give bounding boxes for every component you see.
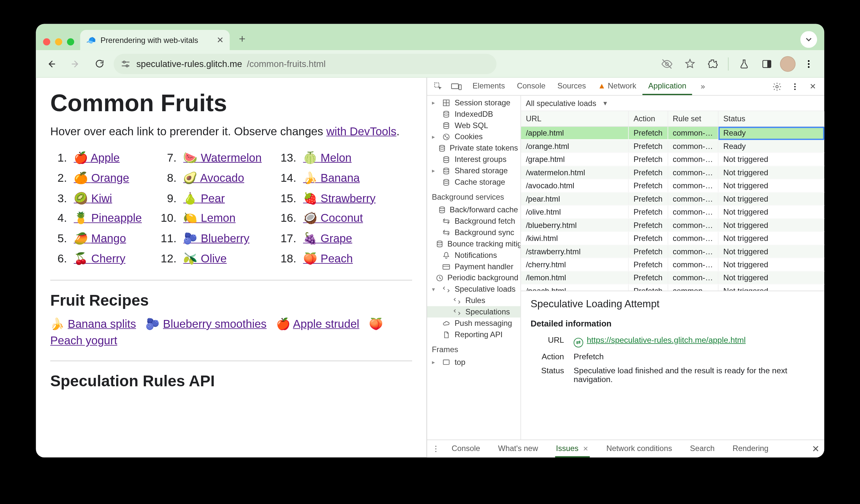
devtools-menu-button[interactable] bbox=[787, 79, 803, 94]
devtools-tab-elements[interactable]: Elements bbox=[467, 78, 511, 95]
devtools-tab-sources[interactable]: Sources bbox=[551, 78, 592, 95]
table-row[interactable]: /orange.htmlPrefetchcommon-…Ready bbox=[521, 140, 824, 153]
table-row[interactable]: /olive.htmlPrefetchcommon-…Not triggered bbox=[521, 205, 824, 218]
more-tabs-button[interactable]: » bbox=[695, 78, 711, 95]
bookmark-button[interactable] bbox=[680, 54, 699, 73]
fruit-link[interactable]: 🫒 Olive bbox=[183, 252, 226, 265]
fruit-link[interactable]: 🥑 Avocado bbox=[183, 171, 244, 184]
column-header[interactable]: Status bbox=[718, 111, 824, 127]
site-settings-icon[interactable] bbox=[121, 59, 130, 68]
recipe-link[interactable]: Peach yogurt bbox=[50, 335, 117, 347]
side-panel-button[interactable] bbox=[757, 54, 776, 73]
fruit-link[interactable]: 🍊 Orange bbox=[74, 171, 129, 184]
speculations-filter[interactable]: All speculative loads ▼ bbox=[521, 96, 824, 111]
fruit-link[interactable]: 🥝 Kiwi bbox=[74, 192, 112, 204]
minimize-window-button[interactable] bbox=[55, 38, 62, 45]
new-tab-button[interactable]: ＋ bbox=[233, 31, 251, 51]
browser-tab[interactable]: 🧢 Prerendering with web-vitals ✕ bbox=[80, 30, 230, 51]
fruit-link[interactable]: 🍓 Strawberry bbox=[303, 192, 376, 204]
table-row[interactable]: /apple.htmlPrefetchcommon-…Ready bbox=[521, 127, 824, 140]
fruit-link[interactable]: 🍉 Watermelon bbox=[183, 151, 261, 164]
devtools-close-button[interactable]: ✕ bbox=[805, 79, 821, 94]
sidebar-item[interactable]: Back/forward cache bbox=[427, 204, 520, 215]
incognito-hint-icon[interactable] bbox=[657, 54, 676, 73]
table-row[interactable]: /grape.htmlPrefetchcommon-…Not triggered bbox=[521, 153, 824, 166]
fruit-link[interactable]: 🍍 Pineapple bbox=[74, 212, 142, 225]
sidebar-item[interactable]: Speculations bbox=[427, 306, 520, 318]
table-row[interactable]: /kiwi.htmlPrefetchcommon-…Not triggered bbox=[521, 232, 824, 245]
drawer-tab-what-s-new[interactable]: What's new bbox=[497, 440, 539, 458]
close-tab-icon[interactable]: ✕ bbox=[217, 35, 224, 45]
drawer-tab-network-conditions[interactable]: Network conditions bbox=[605, 440, 673, 458]
drawer-tab-console[interactable]: Console bbox=[450, 440, 482, 458]
sidebar-item[interactable]: Interest groups bbox=[427, 154, 520, 165]
sidebar-item[interactable]: Bounce tracking mitigation bbox=[427, 238, 520, 249]
sidebar-item[interactable]: Reporting API bbox=[427, 329, 520, 340]
drawer-tab-rendering[interactable]: Rendering bbox=[732, 440, 770, 458]
inspect-button[interactable] bbox=[431, 79, 446, 94]
table-row[interactable]: /pear.htmlPrefetchcommon-…Not triggered bbox=[521, 192, 824, 205]
fruit-link[interactable]: 🍎 Apple bbox=[74, 151, 120, 164]
fruit-link[interactable]: 🍇 Grape bbox=[303, 232, 352, 245]
sidebar-item[interactable]: Periodic background sync bbox=[427, 272, 520, 284]
sidebar-item[interactable]: Push messaging bbox=[427, 318, 520, 329]
sidebar-item[interactable]: Private state tokens bbox=[427, 142, 520, 154]
table-row[interactable]: /blueberry.htmlPrefetchcommon-…Not trigg… bbox=[521, 218, 824, 231]
drawer-tab-issues[interactable]: Issues ✕ bbox=[555, 440, 590, 458]
labs-button[interactable] bbox=[734, 54, 754, 73]
profile-avatar[interactable] bbox=[780, 56, 796, 72]
forward-button[interactable] bbox=[66, 54, 85, 73]
extensions-button[interactable] bbox=[703, 54, 722, 73]
fruit-link[interactable]: 🍋 Lemon bbox=[183, 212, 235, 225]
sidebar-item[interactable]: Background sync bbox=[427, 227, 520, 238]
back-button[interactable] bbox=[42, 54, 61, 73]
drawer-menu-button[interactable]: ⋮ bbox=[432, 444, 440, 453]
table-row[interactable]: /lemon.htmlPrefetchcommon-…Not triggered bbox=[521, 271, 824, 284]
sidebar-item[interactable]: Cache storage bbox=[427, 176, 520, 188]
sidebar-item[interactable]: Notifications bbox=[427, 249, 520, 261]
chrome-menu-button[interactable] bbox=[799, 54, 818, 73]
fruit-link[interactable]: 🍑 Peach bbox=[303, 252, 353, 265]
fruit-link[interactable]: 🫐 Blueberry bbox=[183, 232, 249, 245]
devtools-tab-network[interactable]: ▲ Network bbox=[592, 78, 642, 95]
sidebar-item[interactable]: Rules bbox=[427, 295, 520, 306]
devtools-tab-application[interactable]: Application bbox=[642, 78, 692, 95]
close-icon[interactable]: ✕ bbox=[583, 445, 588, 452]
fruit-link[interactable]: 🍐 Pear bbox=[183, 192, 225, 204]
fruit-link[interactable]: 🥭 Mango bbox=[74, 232, 126, 245]
reload-button[interactable] bbox=[90, 54, 109, 73]
column-header[interactable]: Action bbox=[628, 111, 668, 127]
sidebar-item[interactable]: ▸Session storage bbox=[427, 97, 520, 108]
fruit-link[interactable]: 🍈 Melon bbox=[303, 151, 352, 164]
drawer-tab-search[interactable]: Search bbox=[689, 440, 716, 458]
drawer-close-button[interactable]: ✕ bbox=[812, 444, 820, 454]
fruit-link[interactable]: 🥥 Coconut bbox=[303, 212, 363, 225]
recipe-link[interactable]: Apple strudel bbox=[293, 317, 359, 330]
table-row[interactable]: /cherry.htmlPrefetchcommon-…Not triggere… bbox=[521, 258, 824, 271]
devtools-tab-console[interactable]: Console bbox=[511, 78, 551, 95]
table-row[interactable]: /peach.htmlPrefetchcommon-…Not triggered bbox=[521, 284, 824, 290]
sidebar-item[interactable]: ▸Cookies bbox=[427, 131, 520, 142]
sidebar-item[interactable]: ▸top bbox=[427, 356, 520, 368]
sidebar-item[interactable]: Web SQL bbox=[427, 120, 520, 131]
sidebar-item[interactable]: Payment handler bbox=[427, 261, 520, 272]
column-header[interactable]: Rule set bbox=[668, 111, 718, 127]
sidebar-item[interactable]: ▸Shared storage bbox=[427, 165, 520, 176]
fruit-link[interactable]: 🍒 Cherry bbox=[74, 252, 126, 265]
table-row[interactable]: /strawberry.htmlPrefetchcommon-…Not trig… bbox=[521, 245, 824, 258]
detail-url-link[interactable]: https://speculative-rules.glitch.me/appl… bbox=[587, 335, 746, 345]
maximize-window-button[interactable] bbox=[67, 38, 74, 45]
sidebar-item[interactable]: Background fetch bbox=[427, 215, 520, 227]
devtools-settings-button[interactable] bbox=[769, 79, 785, 94]
sidebar-item[interactable]: IndexedDB bbox=[427, 108, 520, 120]
tabs-dropdown-button[interactable] bbox=[801, 31, 817, 48]
close-window-button[interactable] bbox=[43, 38, 50, 45]
fruit-link[interactable]: 🍌 Banana bbox=[303, 171, 360, 184]
column-header[interactable]: URL bbox=[521, 111, 628, 127]
sidebar-item[interactable]: ▾Speculative loads bbox=[427, 284, 520, 295]
device-toolbar-button[interactable] bbox=[448, 79, 464, 94]
table-row[interactable]: /avocado.htmlPrefetchcommon-…Not trigger… bbox=[521, 179, 824, 192]
address-bar[interactable]: speculative-rules.glitch.me/common-fruit… bbox=[114, 54, 496, 74]
recipe-link[interactable]: Blueberry smoothies bbox=[163, 317, 267, 330]
table-row[interactable]: /watermelon.htmlPrefetchcommon-…Not trig… bbox=[521, 166, 824, 179]
